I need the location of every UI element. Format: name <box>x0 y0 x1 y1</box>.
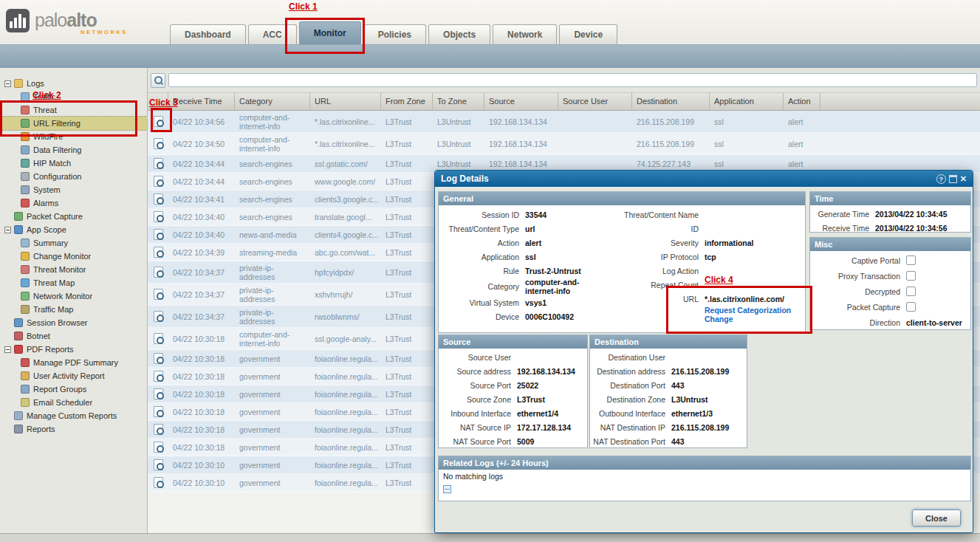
log-detail-magnifier-icon[interactable] <box>154 333 163 344</box>
sidebar-item-threat-map[interactable]: Threat Map <box>0 276 147 289</box>
col-header-destination[interactable]: Destination <box>632 93 710 110</box>
help-icon[interactable]: ? <box>936 174 946 184</box>
field-value: client-to-server <box>906 318 962 327</box>
sidebar-item-threat-monitor[interactable]: Threat Monitor <box>0 263 147 276</box>
sidebar-item-email-scheduler[interactable]: Email Scheduler <box>0 396 147 409</box>
log-detail-magnifier-icon[interactable] <box>154 353 163 364</box>
field-label: NAT Source IP <box>439 423 517 432</box>
sidebar-item-system[interactable]: System <box>0 183 147 196</box>
log-detail-magnifier-icon[interactable] <box>154 371 163 382</box>
sidebar-item-manage-pdf-summary[interactable]: Manage PDF Summary <box>0 356 147 369</box>
sidebar-item-pdf-reports[interactable]: PDF Reports <box>0 343 147 356</box>
sidebar-item-botnet[interactable]: Botnet <box>0 329 147 343</box>
sidebar-item-threat[interactable]: Threat <box>0 103 147 117</box>
sidebar-item-traffic[interactable]: Traffic <box>0 90 147 103</box>
sidebar-item-configuration[interactable]: Configuration <box>0 170 147 183</box>
tab-objects[interactable]: Objects <box>428 24 490 44</box>
cell-receive-time: 04/22 10:34:56 <box>168 116 235 128</box>
log-detail-magnifier-icon[interactable] <box>154 311 163 322</box>
sidebar-item-summary[interactable]: Summary <box>0 236 147 250</box>
log-detail-magnifier-icon[interactable] <box>154 424 163 435</box>
sidebar-item-url-filtering[interactable]: URL Filtering <box>0 117 147 130</box>
close-button[interactable]: Close <box>912 510 961 526</box>
log-row-detail-cell <box>148 287 168 301</box>
sidebar-item-traffic-map[interactable]: Traffic Map <box>0 303 147 316</box>
packet-capture-checkbox[interactable] <box>906 302 916 312</box>
log-detail-magnifier-icon[interactable] <box>154 247 163 258</box>
log-detail-magnifier-icon[interactable] <box>154 211 163 222</box>
decrypted-checkbox[interactable] <box>906 287 916 296</box>
data-filtering-icon <box>21 145 30 154</box>
sidebar-item-session-browser[interactable]: Session Browser <box>0 316 147 329</box>
log-detail-magnifier-icon[interactable] <box>154 459 163 470</box>
traffic-map-icon <box>21 305 30 314</box>
sidebar-item-wildfire[interactable]: WildFire <box>0 130 147 143</box>
tab-device[interactable]: Device <box>559 24 617 44</box>
col-header-category[interactable]: Category <box>235 93 310 110</box>
proxy-transaction-checkbox[interactable] <box>906 271 916 281</box>
cell-from-zone: L3Trust <box>381 424 433 436</box>
col-header-receive-time[interactable]: Receive Time <box>168 93 235 110</box>
cell-category: government <box>235 477 310 489</box>
field-row: IP Protocoltcp <box>616 250 805 264</box>
col-header-from-zone[interactable]: From Zone <box>381 93 433 110</box>
sidebar-item-network-monitor[interactable]: Network Monitor <box>0 289 147 303</box>
field-value: 443 <box>671 381 685 390</box>
sidebar-item-data-filtering[interactable]: Data Filtering <box>0 143 147 157</box>
maximize-icon[interactable] <box>949 175 957 183</box>
cell-url: hpfcyidpdx/ <box>310 267 381 278</box>
tab-acc[interactable]: ACC <box>248 24 297 44</box>
log-detail-magnifier-icon[interactable] <box>154 289 163 300</box>
sidebar-item-app-scope[interactable]: App Scope <box>0 223 147 236</box>
sidebar-item-change-monitor[interactable]: Change Monitor <box>0 250 147 263</box>
col-header-source-user[interactable]: Source User <box>558 93 632 110</box>
log-detail-magnifier-icon[interactable] <box>154 116 163 127</box>
log-detail-magnifier-icon[interactable] <box>154 176 163 187</box>
tab-network[interactable]: Network <box>493 24 557 44</box>
cell-category: government <box>235 459 310 471</box>
sidebar-item-reports[interactable]: Reports <box>0 422 147 436</box>
log-detail-magnifier-icon[interactable] <box>154 193 163 205</box>
col-header-source[interactable]: Source <box>484 93 558 110</box>
log-detail-magnifier-icon[interactable] <box>154 138 163 149</box>
tab-policies[interactable]: Policies <box>363 24 426 44</box>
cell-category: search-engines <box>235 211 310 223</box>
log-detail-magnifier-icon[interactable] <box>154 229 163 240</box>
log-detail-magnifier-icon[interactable] <box>154 406 163 417</box>
request-categorization-change-link[interactable]: Request Categorization Change <box>705 306 805 323</box>
sidebar-item-alarms[interactable]: Alarms <box>0 196 147 210</box>
log-row[interactable]: 04/22 10:34:50computer-and-internet-info… <box>148 133 980 155</box>
col-header-application[interactable]: Application <box>710 93 784 110</box>
dialog-titlebar[interactable]: Log Details ? ✕ <box>435 171 973 187</box>
sidebar-item-manage-custom-reports[interactable]: Manage Custom Reports <box>0 409 147 422</box>
filter-search-icon[interactable] <box>151 73 165 88</box>
cell-receive-time: 04/22 10:34:44 <box>168 176 235 188</box>
related-logs-grid-icon[interactable] <box>443 485 451 493</box>
sidebar-item-logs[interactable]: Logs <box>0 77 147 90</box>
tree-expander-icon[interactable] <box>4 346 11 353</box>
sidebar-item-user-activity-report[interactable]: User Activity Report <box>0 369 147 383</box>
sidebar-item-packet-capture[interactable]: Packet Capture <box>0 210 147 223</box>
tab-monitor[interactable]: Monitor <box>299 21 361 44</box>
brand-suffix: alto <box>66 10 96 30</box>
log-detail-magnifier-icon[interactable] <box>154 267 163 278</box>
log-filter-input[interactable] <box>168 73 977 87</box>
tab-dashboard[interactable]: Dashboard <box>170 24 246 44</box>
log-detail-magnifier-icon[interactable] <box>154 442 163 453</box>
cell-receive-time: 04/22 10:34:41 <box>168 193 235 205</box>
log-detail-magnifier-icon[interactable] <box>154 477 163 488</box>
cell-url: rwsoblwnms/ <box>310 311 381 323</box>
tree-expander-icon[interactable] <box>4 80 11 87</box>
field-label: Action <box>440 239 525 247</box>
log-detail-magnifier-icon[interactable] <box>154 158 163 169</box>
log-detail-magnifier-icon[interactable] <box>154 388 163 399</box>
col-header-url[interactable]: URL <box>310 93 381 110</box>
col-header-action[interactable]: Action <box>784 93 820 110</box>
log-row[interactable]: 04/22 10:34:56computer-and-internet-info… <box>148 111 980 133</box>
sidebar-item-report-groups[interactable]: Report Groups <box>0 383 147 396</box>
captive-portal-checkbox[interactable] <box>906 255 916 265</box>
close-icon[interactable]: ✕ <box>960 174 967 184</box>
tree-expander-icon[interactable] <box>4 227 11 233</box>
col-header-to-zone[interactable]: To Zone <box>433 93 484 110</box>
sidebar-item-hip-match[interactable]: HIP Match <box>0 157 147 170</box>
